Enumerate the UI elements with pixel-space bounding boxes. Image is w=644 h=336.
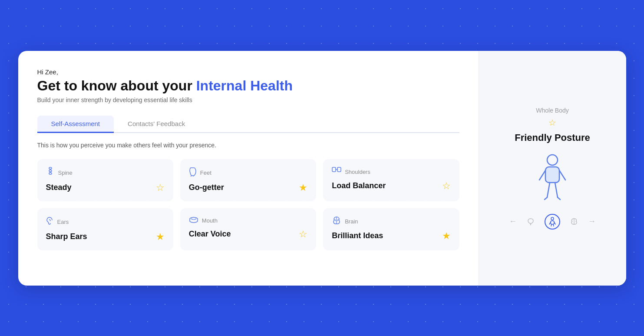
- shoulders-body: Load Balancer ☆: [332, 180, 450, 192]
- svg-rect-0: [49, 167, 52, 169]
- body-parts-grid: Spine Steady ☆ Feet: [37, 159, 459, 250]
- shoulders-category: Shoulders: [345, 169, 370, 175]
- svg-line-5: [191, 176, 192, 176]
- grid-item-feet[interactable]: Feet Go-getter ★: [180, 159, 316, 201]
- svg-rect-11: [545, 167, 559, 183]
- svg-rect-8: [337, 167, 341, 172]
- brain-category: Brain: [345, 218, 358, 225]
- svg-line-17: [558, 197, 560, 200]
- left-panel: Hi Zee, Get to know about your Internal …: [18, 51, 479, 286]
- svg-rect-2: [49, 173, 52, 174]
- brain-label: Brilliant Ideas: [332, 231, 383, 240]
- spine-label: Steady: [46, 183, 72, 192]
- ears-label: Sharp Ears: [46, 232, 87, 241]
- brain-icon: [332, 216, 341, 227]
- shoulders-star[interactable]: ☆: [442, 180, 451, 192]
- ears-icon: [46, 216, 54, 228]
- svg-line-22: [551, 224, 552, 226]
- svg-rect-19: [551, 221, 554, 224]
- page-title: Get to know about your Internal Health: [37, 77, 459, 94]
- mouth-label: Clear Voice: [189, 230, 231, 239]
- feet-icon: [189, 167, 197, 179]
- subtitle: Build your inner strength by developing …: [37, 96, 459, 103]
- svg-point-10: [547, 155, 558, 165]
- feet-body: Go-getter ★: [189, 182, 307, 193]
- brain-star[interactable]: ★: [442, 230, 451, 242]
- brain-nav-icon[interactable]: [566, 214, 582, 230]
- spine-body: Steady ☆: [46, 182, 165, 193]
- svg-line-12: [539, 170, 545, 180]
- mouth-body: Clear Voice ☆: [189, 229, 307, 240]
- prev-arrow[interactable]: ←: [509, 217, 517, 226]
- gut-nav-icon[interactable]: [523, 214, 538, 230]
- ears-body: Sharp Ears ★: [46, 231, 165, 243]
- grid-item-header-mouth: Mouth: [189, 216, 307, 225]
- spine-star[interactable]: ☆: [156, 182, 165, 193]
- grid-item-header-ears: Ears: [46, 216, 165, 228]
- greeting: Hi Zee,: [37, 68, 459, 76]
- body-figure: [535, 154, 570, 202]
- title-highlight: Internal Health: [196, 78, 293, 93]
- tab-bar: Self-Assessment Contacts' Feedback: [37, 116, 459, 133]
- posture-title: Friendly Posture: [515, 132, 590, 143]
- grid-item-brain[interactable]: Brain Brilliant Ideas ★: [323, 208, 459, 250]
- next-arrow[interactable]: →: [588, 217, 596, 226]
- spine-icon: [46, 167, 55, 179]
- whole-body-star: ☆: [548, 117, 556, 128]
- tab-contacts-feedback[interactable]: Contacts' Feedback: [114, 116, 199, 133]
- svg-rect-7: [332, 167, 336, 172]
- title-before: Get to know about your: [37, 78, 196, 93]
- grid-item-shoulders[interactable]: Shoulders Load Balancer ☆: [323, 159, 459, 201]
- tab-description: This is how you perceive you make others…: [37, 142, 459, 149]
- tab-self-assessment[interactable]: Self-Assessment: [37, 116, 114, 133]
- feet-star[interactable]: ★: [299, 182, 307, 193]
- feet-label: Go-getter: [189, 183, 224, 192]
- spine-category: Spine: [58, 170, 73, 176]
- nav-row: ←: [509, 214, 596, 230]
- svg-rect-1: [49, 170, 52, 172]
- grid-item-header-brain: Brain: [332, 216, 450, 227]
- mouth-star[interactable]: ☆: [299, 229, 307, 240]
- shoulders-icon: [332, 167, 341, 177]
- mouth-category: Mouth: [202, 217, 218, 224]
- ears-star[interactable]: ★: [156, 231, 165, 243]
- svg-line-23: [553, 224, 554, 226]
- mouth-icon: [189, 216, 198, 225]
- ears-category: Ears: [57, 219, 69, 225]
- right-panel: Whole Body ☆ Friendly Posture: [479, 51, 626, 286]
- brain-body: Brilliant Ideas ★: [332, 230, 450, 242]
- svg-line-15: [555, 183, 558, 197]
- feet-category: Feet: [200, 170, 211, 176]
- whole-body-label: Whole Body: [536, 107, 568, 114]
- svg-line-16: [545, 197, 547, 200]
- grid-item-spine[interactable]: Spine Steady ☆: [37, 159, 173, 201]
- grid-item-ears[interactable]: Ears Sharp Ears ★: [37, 208, 173, 250]
- grid-item-header-feet: Feet: [189, 167, 307, 179]
- grid-item-mouth[interactable]: Mouth Clear Voice ☆: [180, 208, 316, 250]
- body-nav-icon[interactable]: [545, 214, 560, 230]
- svg-line-13: [559, 170, 565, 180]
- shoulders-label: Load Balancer: [332, 181, 386, 190]
- svg-point-18: [551, 217, 554, 220]
- svg-line-14: [547, 183, 550, 197]
- grid-item-header-spine: Spine: [46, 167, 165, 179]
- main-card: Hi Zee, Get to know about your Internal …: [18, 51, 626, 286]
- grid-item-header-shoulders: Shoulders: [332, 167, 450, 177]
